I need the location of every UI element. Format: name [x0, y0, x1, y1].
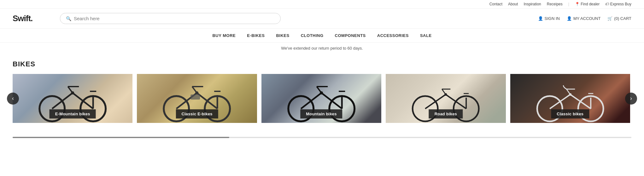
cart-button[interactable]: 🛒 (0) CART [607, 16, 631, 21]
bike-card-3[interactable]: Mountain bikes [261, 74, 381, 123]
svg-point-15 [196, 91, 199, 94]
svg-line-21 [301, 93, 321, 109]
progress-bar-wrapper [13, 137, 631, 138]
svg-point-25 [320, 91, 323, 94]
svg-rect-18 [191, 94, 200, 100]
nav-bar: BUY MORE E-BIKES BIKES CLOTHING COMPONEN… [0, 28, 644, 43]
carousel-next-button[interactable]: › [625, 93, 637, 105]
chevron-left-icon: ‹ [12, 95, 14, 102]
express-buy-link[interactable]: 🏷 Express Buy [605, 2, 631, 6]
location-icon: 📍 [575, 2, 580, 6]
bike-label-3: Mountain bikes [300, 109, 342, 118]
header-actions: 👤 SIGN IN 👤 MY ACCOUNT 🛒 (0) CART [538, 16, 632, 21]
nav-accessories[interactable]: ACCESSORIES [377, 32, 409, 39]
top-bar: Contact About Inspiration Receipes | 📍 F… [0, 0, 644, 9]
nav-sale[interactable]: SALE [420, 32, 432, 39]
person-icon: 👤 [538, 16, 543, 21]
progress-bar-fill [13, 137, 229, 138]
contact-link[interactable]: Contact [489, 2, 502, 6]
search-bar[interactable]: 🔍 [60, 13, 281, 24]
search-icon: 🔍 [66, 16, 71, 21]
logo: Swift. [13, 14, 50, 23]
bikes-title: BIKES [13, 60, 631, 68]
svg-line-2 [52, 93, 73, 109]
svg-point-34 [444, 93, 447, 96]
nav-clothing[interactable]: CLOTHING [301, 32, 324, 39]
my-account-button[interactable]: 👤 MY ACCOUNT [567, 16, 600, 21]
bike-card-2[interactable]: Classic E-bikes [137, 74, 257, 123]
nav-bikes[interactable]: BIKES [276, 32, 289, 39]
bike-label-2: Classic E-bikes [176, 109, 218, 118]
chevron-right-icon: › [630, 95, 632, 102]
notice-bar: We've extended our return period to 60 d… [0, 43, 644, 54]
carousel-wrapper: ‹ [13, 74, 631, 123]
svg-line-3 [73, 93, 93, 109]
nav-components[interactable]: COMPONENTS [335, 32, 366, 39]
search-input[interactable] [74, 16, 275, 21]
sign-in-button[interactable]: 👤 SIGN IN [538, 16, 560, 21]
svg-point-43 [569, 93, 571, 96]
carousel-track: E-Mountain bikes Previous slide [13, 74, 631, 123]
about-link[interactable]: About [508, 2, 518, 6]
notice-text: We've extended our return period to 60 d… [281, 46, 363, 51]
tag-icon: 🏷 [605, 2, 609, 6]
cart-icon: 🛒 [607, 16, 612, 21]
nav-buy-more[interactable]: BUY MORE [212, 32, 236, 39]
nav-e-bikes[interactable]: E-BIKES [247, 32, 265, 39]
bike-card-1[interactable]: E-Mountain bikes Previous slide [13, 74, 132, 123]
account-icon: 👤 [567, 16, 572, 21]
main-header: Swift. 🔍 👤 SIGN IN 👤 MY ACCOUNT 🛒 (0) CA… [0, 9, 644, 28]
carousel-prev-button[interactable]: ‹ [7, 93, 19, 105]
receipes-link[interactable]: Receipes [547, 2, 563, 6]
bikes-section: BIKES ‹ [0, 54, 644, 132]
bike-card-4[interactable]: Road bikes [386, 74, 506, 123]
find-dealer-link[interactable]: 📍 Find dealer [575, 2, 600, 6]
bike-label-5: Classic bikes [551, 109, 589, 118]
bike-label-4: Road bikes [429, 109, 463, 118]
bike-label-1: E-Mountain bikes [50, 109, 96, 118]
svg-line-22 [321, 93, 342, 109]
inspiration-link[interactable]: Inspiration [524, 2, 541, 6]
svg-point-6 [71, 91, 74, 94]
bike-card-5[interactable]: Classic bikes [510, 74, 630, 123]
